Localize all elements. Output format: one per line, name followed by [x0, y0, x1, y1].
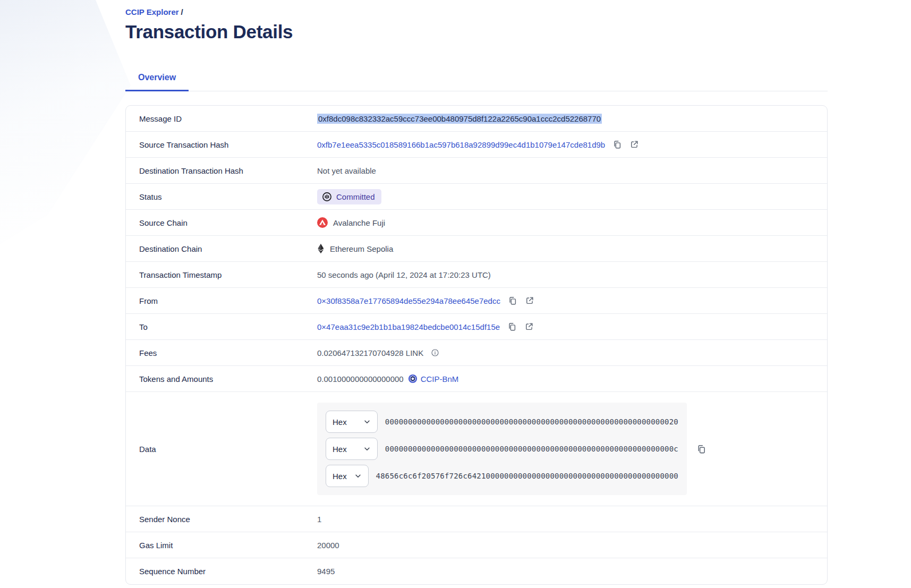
data-hex-value: 0000000000000000000000000000000000000000… — [385, 417, 678, 426]
sender-nonce-label: Sender Nonce — [139, 515, 317, 524]
data-format-select[interactable]: Hex — [326, 438, 378, 460]
table-row-source-chain: Source Chain Avalanche Fuji — [126, 210, 827, 236]
avalanche-logo-icon — [317, 217, 328, 228]
table-row-gas-limit: Gas Limit 20000 — [126, 532, 827, 558]
token-link[interactable]: CCIP-BnM — [408, 374, 459, 384]
data-format-selected-value: Hex — [333, 417, 347, 427]
data-line: Hex 000000000000000000000000000000000000… — [326, 411, 678, 433]
tokens-label: Tokens and Amounts — [139, 374, 317, 384]
tab-bar: Overview — [125, 67, 828, 91]
breadcrumb-separator: / — [181, 7, 183, 16]
source-chain-label: Source Chain — [139, 218, 317, 227]
table-row-dest-tx-hash: Destination Transaction Hash Not yet ava… — [126, 158, 827, 184]
table-row-sequence-number: Sequence Number 9495 — [126, 558, 827, 584]
table-row-timestamp: Transaction Timestamp 50 seconds ago (Ap… — [126, 262, 827, 288]
message-id-label: Message ID — [139, 114, 317, 123]
token-name: CCIP-BnM — [421, 374, 459, 384]
tab-overview[interactable]: Overview — [125, 67, 189, 91]
fees-value: 0.020647132170704928 LINK — [317, 348, 423, 357]
copy-icon[interactable] — [508, 296, 517, 305]
table-row-tokens: Tokens and Amounts 0.001000000000000000 … — [126, 366, 827, 392]
gas-limit-label: Gas Limit — [139, 541, 317, 550]
external-link-icon[interactable] — [525, 296, 534, 305]
dest-chain-value: Ethereum Sepolia — [330, 244, 393, 253]
chevron-down-icon — [354, 472, 362, 480]
ethereum-logo-icon — [317, 243, 325, 254]
table-row-fees: Fees 0.020647132170704928 LINK — [126, 340, 827, 366]
breadcrumb: CCIP Explorer/ — [125, 7, 828, 16]
page: CCIP Explorer/ Transaction Details Overv… — [0, 0, 911, 585]
dest-chain-label: Destination Chain — [139, 244, 317, 253]
source-chain-value: Avalanche Fuji — [333, 218, 385, 227]
ccip-bnm-token-icon — [408, 374, 418, 384]
breadcrumb-link-ccip-explorer[interactable]: CCIP Explorer — [125, 7, 179, 16]
status-badge-text: Committed — [336, 192, 375, 201]
from-address-link[interactable]: 0×30f8358a7e17765894de55e294a78ee645e7ed… — [317, 296, 500, 305]
timestamp-label: Transaction Timestamp — [139, 270, 317, 279]
status-badge: Committed — [317, 189, 381, 204]
table-row-source-tx-hash: Source Transaction Hash 0xfb7e1eea5335c0… — [126, 132, 827, 158]
external-link-icon[interactable] — [629, 140, 639, 149]
table-row-dest-chain: Destination Chain Ethereum Sepolia — [126, 236, 827, 262]
data-hex-box: Hex 000000000000000000000000000000000000… — [317, 403, 687, 495]
table-row-sender-nonce: Sender Nonce 1 — [126, 506, 827, 532]
data-line: Hex 000000000000000000000000000000000000… — [326, 438, 678, 460]
copy-icon[interactable] — [507, 322, 517, 331]
timestamp-value: 50 seconds ago (April 12, 2024 at 17:20:… — [317, 270, 491, 279]
message-id-value: 0xf8dc098c832332ac59ccc73ee00b480975d8f1… — [317, 114, 602, 124]
dest-tx-hash-label: Destination Transaction Hash — [139, 166, 317, 175]
copy-icon[interactable] — [612, 140, 622, 149]
external-link-icon[interactable] — [524, 322, 534, 331]
token-amount: 0.001000000000000000 — [317, 374, 404, 384]
sender-nonce-value: 1 — [317, 515, 321, 524]
data-format-select[interactable]: Hex — [326, 465, 369, 487]
page-title: Transaction Details — [125, 21, 828, 43]
to-label: To — [139, 322, 317, 331]
data-label: Data — [139, 445, 317, 454]
data-hex-value: 48656c6c6f20576f726c64210000000000000000… — [376, 472, 679, 480]
table-row-to: To 0×47eaa31c9e2b1b1ba19824bedcbe0014c15… — [126, 314, 827, 340]
data-hex-value: 0000000000000000000000000000000000000000… — [385, 445, 678, 453]
data-format-select[interactable]: Hex — [326, 411, 378, 433]
chevron-down-icon — [363, 445, 371, 453]
table-row-status: Status Committed — [126, 184, 827, 210]
data-line: Hex 48656c6c6f20576f726c6421000000000000… — [326, 465, 678, 487]
source-tx-hash-label: Source Transaction Hash — [139, 140, 317, 149]
data-format-selected-value: Hex — [333, 445, 347, 454]
transaction-details-card: Message ID 0xf8dc098c832332ac59ccc73ee00… — [125, 105, 828, 585]
sequence-number-value: 9495 — [317, 567, 335, 576]
sequence-number-label: Sequence Number — [139, 567, 317, 576]
table-row-message-id: Message ID 0xf8dc098c832332ac59ccc73ee00… — [126, 106, 827, 132]
chevron-down-icon — [363, 418, 371, 425]
table-row-from: From 0×30f8358a7e17765894de55e294a78ee64… — [126, 288, 827, 314]
dest-tx-hash-value: Not yet available — [317, 166, 376, 175]
to-address-link[interactable]: 0×47eaa31c9e2b1b1ba19824bedcbe0014c15df1… — [317, 322, 500, 331]
committed-status-icon — [322, 192, 332, 202]
from-label: From — [139, 296, 317, 305]
copy-icon[interactable] — [696, 444, 706, 454]
data-format-selected-value: Hex — [333, 472, 347, 481]
fees-label: Fees — [139, 348, 317, 357]
info-icon[interactable] — [431, 348, 439, 357]
source-tx-hash-link[interactable]: 0xfb7e1eea5335c018589166b1ac597b618a9289… — [317, 140, 605, 149]
status-label: Status — [139, 192, 317, 201]
table-row-data: Data Hex 0000000000000000000000000000000… — [126, 392, 827, 506]
gas-limit-value: 20000 — [317, 541, 339, 550]
